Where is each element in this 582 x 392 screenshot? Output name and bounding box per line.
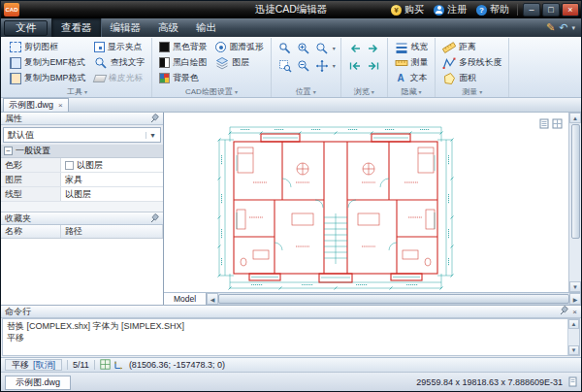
find-text-button[interactable]: 查找文字: [92, 55, 146, 70]
minimize-button[interactable]: –: [523, 3, 540, 16]
grid-toggle-icon[interactable]: [100, 359, 111, 372]
chevron-down-icon[interactable]: ▾: [333, 62, 336, 69]
ribbon-group-measure: 距离 多段线长度 面积 测量▾: [436, 38, 509, 97]
layers-button[interactable]: 图层: [213, 55, 265, 70]
group-label-browse[interactable]: 浏览▾: [341, 86, 387, 96]
zoom-dynamic-button[interactable]: [313, 40, 331, 56]
crop-frame-button[interactable]: 剪切图框: [8, 40, 87, 54]
zoom-in-button[interactable]: [295, 40, 312, 56]
brush-icon[interactable]: ✎: [546, 22, 555, 33]
show-grips-label: 显示夹点: [108, 42, 142, 53]
tab-viewer[interactable]: 查看器: [51, 18, 102, 37]
close-icon[interactable]: ×: [572, 308, 577, 316]
file-menu-button[interactable]: 文件: [4, 20, 48, 36]
tab-advanced[interactable]: 高级: [149, 18, 187, 37]
property-row-linetype[interactable]: 线型 以图层: [1, 187, 163, 202]
column-header-path[interactable]: 路径: [61, 225, 163, 238]
vertical-scrollbar[interactable]: ▲ ▼: [568, 113, 581, 292]
zoom-out-button[interactable]: [295, 57, 312, 74]
bw-drawing-button[interactable]: 黑白绘图: [157, 55, 209, 70]
group-label-measure[interactable]: 测量▾: [436, 86, 508, 96]
pin-icon[interactable]: [150, 213, 159, 223]
vertical-scrollbar[interactable]: ▲ ▼: [567, 319, 579, 355]
bottom-bar: 示例图.dwg 29559.84 x 19818.63 x 7.888609E-…: [1, 372, 581, 391]
zoom-extents-button[interactable]: [276, 40, 294, 56]
background-color-button[interactable]: 背景色: [157, 71, 209, 85]
group-label-hide[interactable]: 隐藏▾: [388, 86, 436, 96]
document-tab[interactable]: 示例图.dwg×: [3, 98, 69, 112]
grid-icon[interactable]: [552, 115, 563, 133]
pan-button[interactable]: [313, 57, 331, 74]
group-label-position[interactable]: 位置▾: [272, 86, 340, 96]
column-header-name[interactable]: 名称: [1, 225, 61, 238]
command-panel-title: 命令行: [5, 306, 31, 318]
undo-icon[interactable]: ↶: [559, 22, 567, 33]
back-button[interactable]: [346, 40, 364, 56]
chevron-down-icon[interactable]: ▾: [571, 24, 575, 32]
group-label-tools[interactable]: 工具▾: [3, 86, 151, 96]
scrollbar-thumb[interactable]: [571, 124, 580, 239]
page-icon[interactable]: [539, 115, 549, 133]
zoom-window-icon: [278, 59, 292, 73]
pin-icon[interactable]: [560, 306, 568, 317]
scroll-left-icon[interactable]: ◀: [207, 293, 218, 305]
scrollbar-thumb[interactable]: [218, 294, 569, 304]
first-page-button[interactable]: [346, 57, 364, 74]
copy-bmp-button[interactable]: 复制为BMP格式: [8, 71, 87, 85]
register-button[interactable]: 注册: [429, 3, 471, 16]
polyline-length-button[interactable]: 多段线长度: [440, 55, 503, 70]
tab-output[interactable]: 输出: [187, 18, 225, 37]
tab-editor[interactable]: 编辑器: [102, 18, 150, 37]
command-output[interactable]: 替换 [COMPLEX.shx] 字体为 [SIMPLEX.SHX] 平移 ▲ …: [2, 318, 580, 356]
polyline-length-label: 多段线长度: [459, 57, 501, 69]
bottom-document-tab[interactable]: 示例图.dwg: [5, 376, 71, 390]
line-width-toggle[interactable]: 线宽: [393, 40, 431, 54]
eraser-cursor-button[interactable]: 橡皮光标: [92, 71, 146, 85]
smooth-arc-toggle[interactable]: 圆滑弧形: [213, 40, 265, 54]
help-button[interactable]: ?帮助: [471, 3, 514, 16]
close-icon[interactable]: ×: [58, 102, 63, 110]
measure-toggle[interactable]: 测量: [393, 55, 431, 70]
eraser-icon: [93, 75, 108, 82]
property-group-row[interactable]: − 一般设置: [1, 145, 163, 158]
horizontal-scrollbar[interactable]: ◀ ▶: [207, 293, 581, 305]
property-grid-filler: [1, 202, 163, 212]
cancel-link[interactable]: [取消]: [33, 359, 55, 372]
buy-button[interactable]: ¥购买: [386, 3, 429, 16]
property-row-color[interactable]: 色彩 以图层: [1, 158, 163, 173]
zoom-window-button[interactable]: [276, 57, 294, 74]
scroll-up-icon[interactable]: ▲: [568, 319, 579, 329]
distance-button[interactable]: 距离: [440, 40, 503, 54]
app-logo-icon[interactable]: CAD: [4, 3, 19, 16]
drawing-canvas[interactable]: [164, 113, 568, 292]
model-tab[interactable]: Model: [164, 293, 207, 305]
show-grips-button[interactable]: 显示夹点: [92, 40, 146, 54]
property-row-layer[interactable]: 图层 家具: [1, 173, 163, 187]
canvas-area: ▲ ▼ Model ◀ ▶: [164, 113, 581, 305]
pan-icon: [315, 59, 329, 73]
forward-button[interactable]: [365, 40, 382, 56]
favorites-list[interactable]: [1, 239, 163, 305]
help-label: 帮助: [490, 3, 509, 16]
scroll-up-icon[interactable]: ▲: [569, 113, 581, 123]
ucs-axes-icon[interactable]: [113, 359, 124, 372]
group-label-cad-settings[interactable]: CAD绘图设置▾: [152, 86, 270, 96]
ribbon-group-browse: 浏览▾: [341, 38, 388, 97]
scroll-down-icon[interactable]: ▼: [569, 281, 581, 292]
copy-emf-button[interactable]: 复制为EMF格式: [8, 55, 87, 70]
collapse-icon[interactable]: −: [4, 147, 13, 155]
favorites-column-headers: 名称 路径: [1, 225, 163, 239]
crop-frame-icon: [10, 42, 21, 52]
preset-dropdown[interactable]: 默认值 ▼: [3, 127, 161, 143]
scroll-down-icon[interactable]: ▼: [568, 345, 579, 355]
close-button[interactable]: ×: [562, 3, 579, 16]
ribbon-group-hide: 线宽 测量 A文本 隐藏▾: [388, 38, 436, 97]
text-toggle[interactable]: A文本: [393, 71, 431, 85]
chevron-down-icon[interactable]: ▾: [333, 45, 336, 51]
area-button[interactable]: 面积: [440, 71, 503, 85]
pin-icon[interactable]: [150, 114, 159, 123]
scroll-right-icon[interactable]: ▶: [569, 293, 581, 305]
black-background-button[interactable]: 黑色背景: [157, 40, 209, 54]
maximize-button[interactable]: □: [542, 3, 560, 16]
last-page-button[interactable]: [365, 57, 382, 74]
